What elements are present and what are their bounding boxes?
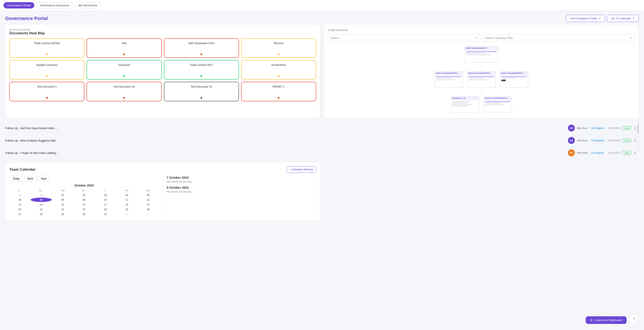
cal-day-04[interactable]: 04: [116, 193, 137, 197]
heatmap-cell-8[interactable]: Test Document X: [9, 82, 84, 101]
cal-day-29a[interactable]: 29: [9, 193, 30, 197]
cal-head-1: M...: [31, 188, 52, 192]
cal-day-25[interactable]: 25: [116, 207, 137, 212]
calendar-grid: S... M... Tue W... T... Fri Sat 29 30 01…: [9, 188, 159, 216]
nav-governance-portal[interactable]: Governance Portal: [4, 2, 34, 8]
entity-node-mid-2: HEATH & BLENKINSOPP2 ···: [467, 71, 496, 88]
entity-diagram: HEATH & BLENKINSOPP ··· HEATH & BLENKINS…: [328, 44, 635, 114]
followup-title-2: Follow Up - I Hope To See India Leading …: [5, 151, 566, 154]
cal-day-23[interactable]: 23: [74, 207, 94, 212]
heatmap-cell-4[interactable]: Supplier Contract1: [9, 60, 84, 80]
heatmap-cell-label: Test Doc: [274, 42, 284, 45]
cal-head-6: Sat: [138, 188, 159, 192]
cal-day-02[interactable]: 02: [74, 193, 94, 197]
cal-day-05[interactable]: 05: [138, 193, 159, 197]
cal-day-15[interactable]: 15: [52, 202, 73, 207]
heatmap-cell-1[interactable]: Test: [86, 38, 162, 58]
cal-day-16[interactable]: 16: [74, 202, 94, 207]
back-button[interactable]: Back: [24, 176, 36, 182]
cal-day-22[interactable]: 22: [52, 207, 73, 212]
schedule-meeting-button[interactable]: + Schedule Meeting: [286, 166, 316, 173]
status-badge-0: In-Progress: [590, 126, 606, 130]
cal-day-08[interactable]: 08: [52, 198, 73, 202]
heatmap-cell-6[interactable]: Trade License DIFC: [164, 60, 239, 80]
cal-day-19[interactable]: 19: [138, 202, 159, 207]
cal-day-30b[interactable]: 30: [74, 212, 94, 216]
cal-day-07-today[interactable]: 07: [31, 198, 52, 202]
entity-node-mid-3: HEATH & BLENKINSOPP3 ···: [500, 71, 528, 88]
assignee-2: Pran Sres: [577, 152, 588, 154]
heatmap-cell-0[interactable]: Trade License ADGM1: [9, 38, 84, 58]
external-link-icon-2: ↗: [632, 17, 635, 20]
heatmap-dot-3: [278, 54, 280, 55]
go-to-calendar-button[interactable]: Go To Calendar ↗: [607, 15, 639, 22]
page-header: Governance Portal Visit Company Profile …: [0, 11, 644, 24]
cal-day-12[interactable]: 12: [138, 198, 159, 202]
delete-icon-0[interactable]: 🗑: [634, 126, 636, 130]
chevron-down-icon-2: ▾: [630, 36, 632, 39]
cal-day-02b[interactable]: 02: [138, 212, 159, 216]
cal-day-28[interactable]: 28: [31, 212, 52, 216]
cal-day-17[interactable]: 17: [95, 202, 116, 207]
bottom-row: Team Calendar + Schedule Meeting Today B…: [0, 162, 644, 224]
nav-my-documents[interactable]: My Documents: [75, 2, 101, 8]
date-0: 30-10-2024: [608, 127, 620, 129]
heatmap-cell-5[interactable]: Docuemnt: [86, 60, 162, 80]
next-button[interactable]: Next: [38, 176, 50, 182]
today-button[interactable]: Today: [9, 176, 23, 182]
date-2: 10-10-2024: [608, 152, 620, 154]
entity-row-mid: HEATH & BLENKINSOPP1 ··· HEATH & BLENKIN…: [434, 71, 528, 88]
heatmap-grid: Trade License ADGM1 Test UBO Declaration…: [9, 38, 316, 101]
delete-icon-2[interactable]: 🗑: [634, 151, 636, 154]
heatmap-cell-10[interactable]: Test Document X3: [164, 82, 239, 101]
cal-day-18[interactable]: 18: [116, 202, 137, 207]
calendar-grid-area: Today Back Next October 2024 S... M... T…: [9, 176, 159, 216]
delete-icon-1[interactable]: 🗑: [634, 139, 636, 142]
visit-company-profile-label: Visit Company Profile: [570, 17, 597, 20]
nav-governance-assurance[interactable]: Governance Assurance: [36, 2, 73, 8]
page-title: Governance Portal: [5, 16, 48, 21]
heatmap-cell-9[interactable]: Test Document X2: [86, 82, 162, 101]
visit-company-profile-button[interactable]: Visit Company Profile ↗: [566, 15, 605, 22]
cal-day-24[interactable]: 24: [95, 207, 116, 212]
cal-day-01[interactable]: 01: [52, 193, 73, 197]
cal-day-01b[interactable]: 01: [116, 212, 137, 216]
priority-badge-1: Low: [622, 138, 632, 142]
heatmap-dot-2: [200, 54, 202, 55]
scrollbar-track[interactable]: [638, 122, 639, 152]
status-badge-2: In-Progress: [590, 151, 606, 155]
cal-day-10[interactable]: 10: [95, 198, 116, 202]
cal-day-14[interactable]: 14: [31, 202, 52, 207]
priority-badge-0: Low: [622, 126, 632, 130]
cal-day-30a[interactable]: 30: [31, 193, 52, 197]
cal-day-20[interactable]: 20: [9, 207, 30, 212]
calendar-body: Today Back Next October 2024 S... M... T…: [9, 176, 316, 216]
heatmap-dot-8: [46, 97, 48, 99]
cal-day-27[interactable]: 27: [9, 212, 30, 216]
heatmap-cell-label: Test: [122, 42, 126, 45]
heatmap-cell-label: Screenshot1: [271, 64, 286, 66]
entity-select-dropdown[interactable]: Select ... ▾: [328, 34, 480, 42]
cal-day-26[interactable]: 26: [138, 207, 159, 212]
company-filter-dropdown[interactable]: Select Company Filter ▾: [482, 34, 635, 42]
heatmap-cell-2[interactable]: UBO Declaration Form: [164, 38, 239, 58]
heatmap-cell-11[interactable]: PERMIT 1: [241, 82, 316, 101]
cal-day-21[interactable]: 21: [31, 207, 52, 212]
date-1: 09-10-2024: [608, 139, 620, 142]
chevron-down-icon: ▾: [476, 36, 478, 39]
cal-day-11[interactable]: 11: [116, 198, 137, 202]
heatmap-cell-label: UBO Declaration Form: [188, 42, 214, 45]
cal-day-13[interactable]: 13: [9, 202, 30, 207]
cal-day-09[interactable]: 09: [74, 198, 94, 202]
cal-day-31[interactable]: 31: [95, 212, 116, 216]
bottom-right: [324, 162, 639, 220]
cal-day-03[interactable]: 03: [95, 193, 116, 197]
cal-day-06[interactable]: 06: [9, 198, 30, 202]
heatmap-cell-3[interactable]: Test Doc: [241, 38, 316, 58]
heatmap-cell-label: Supplier Contract1: [36, 64, 58, 66]
priority-badge-2: Low: [622, 151, 632, 155]
cal-day-29b[interactable]: 29: [52, 212, 73, 216]
heatmap-cell-7[interactable]: Screenshot1: [241, 60, 316, 80]
cal-head-0: S...: [9, 188, 30, 192]
event-date-0: 7 October 2024: [167, 176, 316, 179]
